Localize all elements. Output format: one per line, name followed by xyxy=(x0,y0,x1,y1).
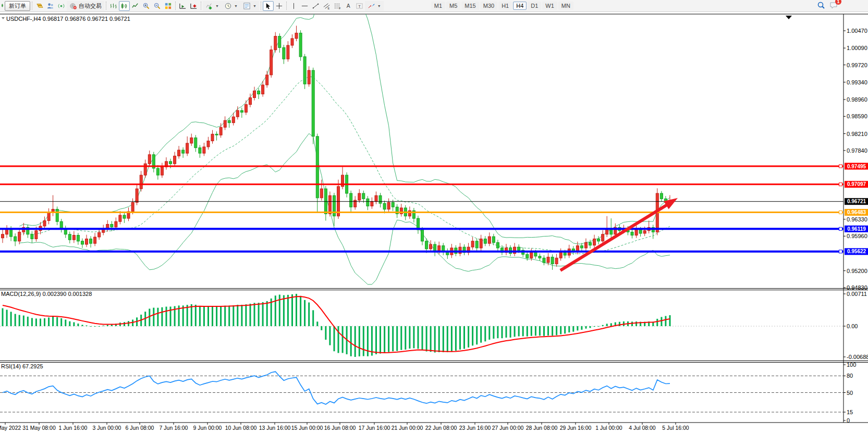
fibonacci-icon[interactable]: F xyxy=(332,1,343,11)
candle-body xyxy=(47,213,50,221)
timeframe-d1[interactable]: D1 xyxy=(528,2,541,10)
tile-windows-icon[interactable] xyxy=(163,1,174,11)
candle-body xyxy=(530,253,533,258)
rsi-axis-label: 0 xyxy=(847,417,850,424)
macd-histogram-bar xyxy=(606,324,608,326)
chat-icon[interactable]: 1 xyxy=(829,1,838,10)
candle-body xyxy=(471,241,474,247)
timeframe-m30[interactable]: M30 xyxy=(480,2,497,10)
level-line-anchor[interactable] xyxy=(839,250,842,253)
autotrading-button[interactable]: 自动交易 xyxy=(67,1,104,11)
time-axis-label: 15 Jun 00:00 xyxy=(291,425,323,431)
candle-body xyxy=(547,257,549,263)
candle-body xyxy=(174,156,176,164)
toolbar-separator xyxy=(32,2,32,10)
crosshair-icon[interactable] xyxy=(274,1,285,11)
macd-axis-label: -0.006888 xyxy=(847,354,868,360)
timeframe-m15[interactable]: M15 xyxy=(461,2,479,10)
trendline-icon[interactable] xyxy=(310,1,321,11)
candle-body xyxy=(379,195,382,203)
macd-histogram-bar xyxy=(77,324,79,326)
candle-body xyxy=(211,134,214,141)
candle-body xyxy=(643,231,646,233)
zoom-in-icon[interactable] xyxy=(141,1,152,11)
macd-indicator-label: MACD(12,26,9) 0.002390 0.001328 xyxy=(1,291,92,297)
templates-icon xyxy=(243,2,251,10)
macd-histogram-bar xyxy=(124,322,125,326)
level-line-anchor[interactable] xyxy=(839,165,842,168)
candle-body xyxy=(316,137,319,198)
chevron-down-icon: ▼ xyxy=(215,4,219,8)
text-icon[interactable]: A xyxy=(343,1,354,11)
vertical-line-icon[interactable] xyxy=(288,1,299,11)
chart-menu-arrow-icon[interactable] xyxy=(2,17,5,19)
candle-body xyxy=(635,230,638,235)
rsi-line xyxy=(3,371,670,404)
candlestick-chart-icon[interactable] xyxy=(119,1,130,11)
candle-body xyxy=(148,155,151,164)
rsi-axis-label: 100 xyxy=(847,362,856,368)
macd-histogram-bar xyxy=(245,304,247,326)
horizontal-line-icon[interactable] xyxy=(299,1,310,11)
price-tag-label: 0.97495 xyxy=(847,164,866,169)
chart-canvas: 1.004701.000900.997200.993400.989600.985… xyxy=(0,12,868,434)
candle-body xyxy=(430,244,432,249)
macd-histogram-bar xyxy=(438,326,440,352)
signal-icon[interactable] xyxy=(56,1,67,11)
timeframe-h4[interactable]: H4 xyxy=(513,2,527,10)
macd-histogram-bar xyxy=(418,326,419,349)
channel-icon[interactable]: E xyxy=(321,1,332,11)
macd-histogram-bar xyxy=(40,319,41,327)
zoom-out-icon[interactable] xyxy=(152,1,163,11)
candle-body xyxy=(354,200,357,207)
candle-body xyxy=(236,110,239,117)
chart-shift-marker-icon[interactable] xyxy=(786,16,792,19)
bar-chart-icon[interactable] xyxy=(108,1,119,11)
auto-scroll-icon[interactable] xyxy=(177,1,188,11)
price-axis-label: 0.99720 xyxy=(847,62,867,68)
new-order-button[interactable]: 新订单 xyxy=(5,1,30,11)
line-chart-icon[interactable] xyxy=(130,1,141,11)
candle-body xyxy=(371,202,373,206)
macd-histogram-bar xyxy=(468,326,469,348)
chart-area[interactable]: 1.004701.000900.997200.993400.989600.985… xyxy=(0,12,868,434)
macd-histogram-bar xyxy=(354,326,356,357)
price-axis-label: 0.95200 xyxy=(847,268,867,274)
timeframe-m1[interactable]: M1 xyxy=(431,2,445,10)
cursor-icon[interactable] xyxy=(263,1,274,11)
text-label-icon[interactable]: T xyxy=(354,1,365,11)
macd-histogram-bar xyxy=(187,305,188,326)
macd-histogram-bar xyxy=(329,326,331,345)
timeframe-w1[interactable]: W1 xyxy=(542,2,557,10)
timeframe-mn[interactable]: MN xyxy=(558,2,573,10)
bollinger-upper-band xyxy=(19,12,670,244)
level-line-anchor[interactable] xyxy=(839,183,842,186)
macd-histogram-bar xyxy=(207,307,209,326)
macd-histogram-bar xyxy=(610,323,612,326)
candle-body xyxy=(72,235,75,240)
candle-body xyxy=(94,237,96,243)
macd-histogram-bar xyxy=(367,326,369,356)
candle-body xyxy=(387,203,390,209)
candle-body xyxy=(2,234,4,238)
trend-arrow[interactable] xyxy=(560,204,669,270)
level-line-anchor[interactable] xyxy=(839,227,842,230)
market-watch-icon[interactable] xyxy=(34,1,45,11)
chart-shift-icon[interactable] xyxy=(188,1,199,11)
timeframe-h1[interactable]: H1 xyxy=(498,2,512,10)
level-line-anchor[interactable] xyxy=(839,211,842,214)
macd-histogram-bar xyxy=(539,326,541,336)
shapes-button[interactable]: ▼ xyxy=(365,1,384,11)
periods-button[interactable]: ▼ xyxy=(222,1,240,11)
search-icon[interactable] xyxy=(817,1,825,10)
navigator-icon[interactable] xyxy=(45,1,56,11)
time-axis-label: 27 Jun 00:00 xyxy=(492,425,524,431)
macd-histogram-bar xyxy=(312,310,314,326)
macd-histogram-bar xyxy=(94,326,96,327)
price-tag-label: 0.96119 xyxy=(847,226,866,232)
timeframe-m5[interactable]: M5 xyxy=(446,2,460,10)
indicators-button[interactable]: ▼ xyxy=(203,1,222,11)
chevron-down-icon: ▼ xyxy=(377,4,381,8)
candle-body xyxy=(274,36,277,50)
templates-button[interactable]: ▼ xyxy=(240,1,259,11)
